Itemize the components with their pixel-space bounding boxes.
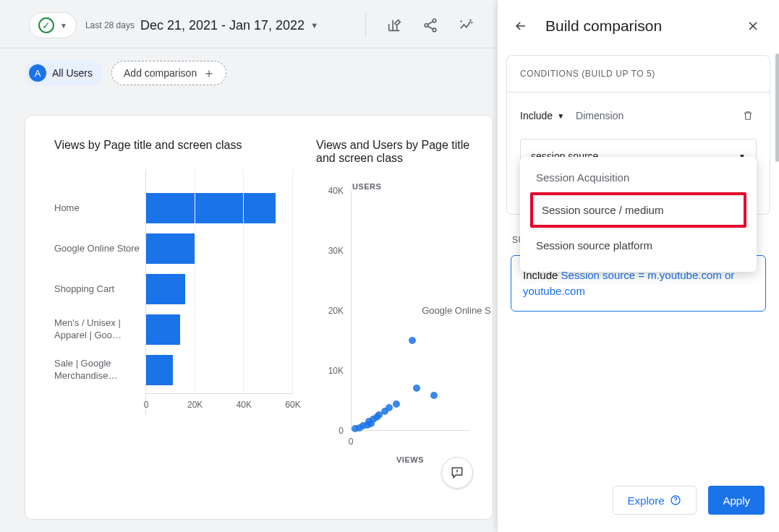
- delete-condition-button[interactable]: [739, 107, 757, 124]
- include-label: Include: [520, 110, 553, 121]
- dimension-label: Dimension: [576, 110, 623, 121]
- scatter-y-tick: 0: [339, 426, 344, 436]
- scatter-y-tick: 20K: [328, 306, 344, 316]
- bar[interactable]: [146, 314, 180, 345]
- back-button[interactable]: [509, 14, 532, 38]
- svg-point-1: [425, 24, 428, 27]
- status-chip[interactable]: ✓ ▼: [29, 12, 77, 38]
- panel-header: Build comparison: [498, 0, 779, 52]
- bar[interactable]: [146, 274, 185, 304]
- chevron-down-icon: ▼: [310, 21, 318, 30]
- dimension-dropdown: Session Acquisition Session source / med…: [520, 157, 757, 272]
- scatter-point[interactable]: [413, 385, 420, 392]
- explore-label: Explore: [628, 494, 665, 507]
- add-comparison-label: Add comparison: [124, 67, 197, 79]
- scatter-x-label: VIEWS: [396, 455, 424, 464]
- bar-row: [146, 228, 293, 269]
- main-area: ✓ ▼ Last 28 days Dec 21, 2021 - Jan 17, …: [0, 0, 498, 532]
- apply-label: Apply: [723, 494, 750, 507]
- bar-category-label: Home: [54, 188, 145, 228]
- scatter-y-tick: 10K: [328, 366, 344, 376]
- plus-icon: ＋: [203, 66, 216, 80]
- comparison-pill-all-users[interactable]: A All Users: [25, 60, 103, 86]
- scatter-y-label: USERS: [352, 182, 381, 191]
- bar[interactable]: [146, 193, 276, 223]
- scatter-point[interactable]: [409, 337, 416, 344]
- svg-point-0: [433, 19, 436, 22]
- customize-report-icon[interactable]: [380, 12, 408, 39]
- scatter-point-label: Google Online S: [422, 305, 490, 316]
- bar-row: [146, 350, 293, 390]
- conditions-card: CONDITIONS (BUILD UP TO 5) Include ▼ Dim…: [506, 55, 770, 215]
- dropdown-group-header: Session Acquisition: [520, 164, 757, 191]
- bar-chart-title: Views by Page title and screen class: [54, 139, 293, 152]
- close-icon: [746, 19, 760, 33]
- pill-letter: A: [29, 64, 46, 82]
- check-circle-icon: ✓: [38, 17, 54, 33]
- scatter-point[interactable]: [430, 392, 438, 399]
- bar-category-label: Shopping Cart: [54, 269, 145, 309]
- dropdown-option[interactable]: Session source platform: [520, 229, 757, 262]
- arrow-left-icon: [514, 19, 528, 33]
- panel-title: Build comparison: [545, 17, 728, 35]
- apply-button[interactable]: Apply: [708, 486, 765, 515]
- panel-footer: Explore Apply: [498, 474, 779, 532]
- svg-point-2: [433, 28, 436, 32]
- pill-label: All Users: [52, 67, 93, 79]
- chevron-down-icon: ▼: [60, 22, 67, 30]
- scatter-chart: Views and Users by Page title and screen…: [316, 139, 472, 463]
- date-range-picker[interactable]: Last 28 days Dec 21, 2021 - Jan 17, 2022…: [85, 18, 318, 33]
- comparison-row: A All Users Add comparison ＋: [0, 48, 498, 98]
- divider: [365, 13, 366, 38]
- bar-x-tick: 20K: [187, 400, 203, 410]
- topbar: ✓ ▼ Last 28 days Dec 21, 2021 - Jan 17, …: [0, 12, 498, 48]
- scatter-y-tick: 40K: [328, 186, 344, 196]
- scatter-chart-title: Views and Users by Page title and screen…: [316, 139, 472, 165]
- bar-x-tick: 40K: [237, 400, 252, 410]
- close-button[interactable]: [741, 14, 765, 38]
- bar-category-label: Men's / Unisex | Apparel | Goo…: [54, 309, 145, 350]
- build-comparison-panel: Build comparison CONDITIONS (BUILD UP TO…: [498, 0, 779, 532]
- bar-chart: Views by Page title and screen class Hom…: [54, 139, 293, 463]
- chevron-down-icon: ▼: [557, 112, 564, 120]
- bar-category-label: Sale | Google Merchandise…: [54, 350, 145, 390]
- bar-row: [146, 309, 293, 350]
- bar-x-tick: 0: [144, 400, 149, 410]
- bar-x-tick: 60K: [285, 400, 300, 410]
- scatter-y-tick: 30K: [328, 246, 344, 256]
- include-exclude-select[interactable]: Include ▼: [520, 110, 564, 121]
- bar-row: [146, 188, 293, 228]
- scatter-x-tick: 0: [349, 437, 354, 447]
- bar-category-label: Google Online Store: [54, 228, 145, 269]
- conditions-title: CONDITIONS (BUILD UP TO 5): [507, 56, 770, 93]
- insights-icon[interactable]: [453, 12, 480, 39]
- add-comparison-button[interactable]: Add comparison ＋: [111, 61, 226, 85]
- bar-row: [146, 269, 293, 309]
- trash-icon: [741, 109, 754, 122]
- scatter-point[interactable]: [393, 400, 400, 408]
- scatter-point[interactable]: [386, 404, 393, 411]
- bar[interactable]: [146, 355, 173, 385]
- date-range-value: Dec 21, 2021 - Jan 17, 2022: [140, 18, 305, 33]
- share-icon[interactable]: [417, 12, 444, 39]
- dropdown-option[interactable]: Session source / medium: [530, 192, 746, 228]
- scrollbar[interactable]: [775, 53, 779, 162]
- panel-body: CONDITIONS (BUILD UP TO 5) Include ▼ Dim…: [498, 52, 779, 474]
- feedback-button[interactable]: [441, 457, 473, 489]
- bar[interactable]: [146, 233, 195, 264]
- help-icon: [670, 494, 681, 506]
- explore-button[interactable]: Explore: [613, 486, 697, 515]
- charts-card: Views by Page title and screen class Hom…: [25, 115, 493, 520]
- feedback-icon: [450, 466, 464, 480]
- date-range-label: Last 28 days: [85, 20, 135, 30]
